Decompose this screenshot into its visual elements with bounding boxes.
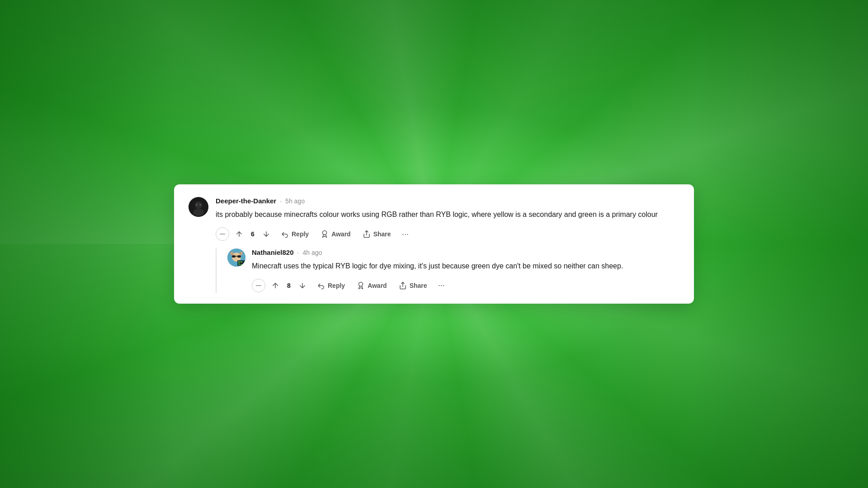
reply-icon <box>281 230 289 238</box>
award-icon-reply <box>357 282 365 290</box>
svg-point-3 <box>196 204 198 206</box>
share-icon <box>363 230 371 238</box>
upvote-icon-reply <box>271 282 279 290</box>
top-comment: Deeper-the-Danker · 5h ago its probably … <box>189 197 679 293</box>
svg-rect-15 <box>238 261 240 263</box>
svg-rect-19 <box>240 263 241 264</box>
svg-rect-10 <box>237 255 241 258</box>
svg-point-2 <box>193 209 204 216</box>
top-more-button[interactable]: ··· <box>398 227 413 241</box>
share-icon-reply <box>399 282 407 290</box>
top-comment-text: its probably because minecrafts colour w… <box>216 209 679 221</box>
svg-rect-20 <box>241 263 242 264</box>
top-vote-count: 6 <box>249 230 256 238</box>
minus-icon-reply <box>255 282 263 290</box>
avatar-inner <box>189 197 208 217</box>
reply-action-bar: 8 <box>252 278 679 293</box>
avatar <box>189 197 208 217</box>
top-comment-body: Deeper-the-Danker · 5h ago its probably … <box>216 197 679 293</box>
svg-rect-16 <box>240 261 241 263</box>
top-reply-button[interactable]: Reply <box>276 227 313 241</box>
avatar-image <box>189 197 208 217</box>
page-center: Deeper-the-Danker · 5h ago its probably … <box>0 0 868 488</box>
svg-rect-18 <box>238 263 240 264</box>
reply-share-button[interactable]: Share <box>394 279 432 292</box>
top-comment-header: Deeper-the-Danker · 5h ago <box>216 197 679 205</box>
svg-point-6 <box>323 231 327 235</box>
reply-avatar-image <box>227 249 245 267</box>
downvote-icon-reply <box>298 282 307 290</box>
downvote-icon <box>262 230 270 238</box>
minus-icon <box>218 230 226 238</box>
svg-rect-9 <box>232 255 236 258</box>
award-icon <box>321 230 329 238</box>
reply-upvote-button[interactable] <box>268 278 283 293</box>
reply-comment-text: Minecraft uses the typical RYB logic for… <box>252 261 679 272</box>
top-username: Deeper-the-Danker <box>216 197 276 205</box>
reply-comment: Nathaniel820 · 4h ago Minecraft uses the… <box>227 249 679 293</box>
reply-more-button[interactable]: ··· <box>434 278 449 293</box>
top-collapse-button[interactable] <box>216 227 229 241</box>
reply-vote-count: 8 <box>285 282 292 289</box>
reply-icon-reply <box>317 282 325 290</box>
top-share-button[interactable]: Share <box>358 227 396 241</box>
reply-collapse-button[interactable] <box>252 279 265 292</box>
upvote-icon <box>235 230 243 238</box>
reply-comment-body: Nathaniel820 · 4h ago Minecraft uses the… <box>252 249 679 293</box>
svg-point-13 <box>239 252 243 255</box>
top-timestamp: 5h ago <box>285 197 305 205</box>
reply-section: Nathaniel820 · 4h ago Minecraft uses the… <box>216 249 679 293</box>
reply-reply-button[interactable]: Reply <box>312 279 349 292</box>
reply-avatar <box>227 249 245 267</box>
svg-rect-23 <box>241 264 242 265</box>
reply-username: Nathaniel820 <box>252 249 294 256</box>
top-downvote-button[interactable] <box>259 227 274 241</box>
top-action-bar: 6 Reply <box>216 227 679 241</box>
reply-comment-header: Nathaniel820 · 4h ago <box>252 249 679 256</box>
reply-award-button[interactable]: Award <box>352 279 392 292</box>
reply-dot: · <box>297 249 299 256</box>
top-dot: · <box>280 197 282 205</box>
svg-point-4 <box>199 204 201 206</box>
comment-card: Deeper-the-Danker · 5h ago its probably … <box>174 184 694 304</box>
reply-timestamp: 4h ago <box>302 249 322 256</box>
reply-avatar-bg <box>227 249 245 267</box>
reply-downvote-button[interactable] <box>295 278 310 293</box>
svg-rect-21 <box>238 264 240 265</box>
svg-rect-17 <box>241 261 242 263</box>
svg-point-12 <box>230 252 234 255</box>
svg-rect-22 <box>240 264 241 265</box>
svg-point-25 <box>359 282 363 286</box>
top-upvote-button[interactable] <box>232 227 246 241</box>
top-award-button[interactable]: Award <box>316 227 355 241</box>
